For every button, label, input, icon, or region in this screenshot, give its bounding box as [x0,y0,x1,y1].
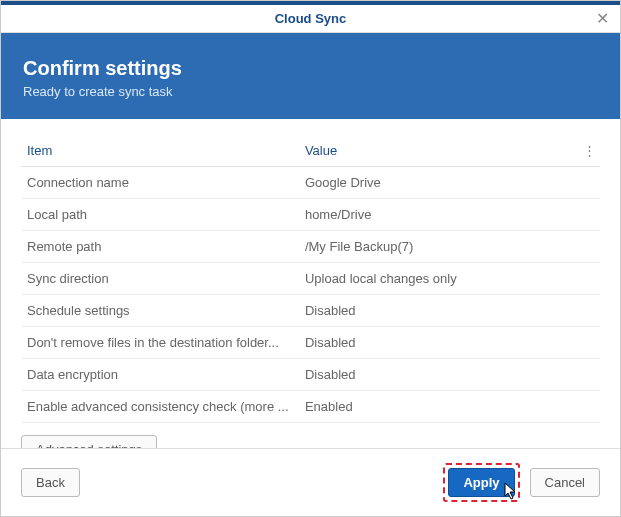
setting-value: Disabled [299,359,600,391]
setting-item: Don't remove files in the destination fo… [21,327,299,359]
setting-value: Disabled [299,295,600,327]
header-title: Confirm settings [23,57,598,80]
setting-value: Upload local changes only [299,263,600,295]
titlebar: Cloud Sync ✕ [1,1,620,33]
setting-item: Connection name [21,167,299,199]
footer: Back Apply Cancel [1,448,620,516]
column-header-item[interactable]: Item [21,135,299,167]
table-row: Schedule settings Disabled [21,295,600,327]
content-area: Item Value ⋮ Connection name Google Driv… [1,119,620,448]
settings-table: Item Value ⋮ Connection name Google Driv… [21,135,600,423]
setting-item: Data encryption [21,359,299,391]
setting-item: Remote path [21,231,299,263]
close-icon[interactable]: ✕ [594,11,610,27]
table-row: Data encryption Disabled [21,359,600,391]
header: Confirm settings Ready to create sync ta… [1,33,620,119]
setting-item: Enable advanced consistency check (more … [21,391,299,423]
column-header-value[interactable]: Value ⋮ [299,135,600,167]
cancel-button[interactable]: Cancel [530,468,600,497]
setting-value: home/Drive [299,199,600,231]
column-menu-icon[interactable]: ⋮ [583,143,596,158]
dialog-window: Cloud Sync ✕ Confirm settings Ready to c… [0,0,621,517]
setting-value: Disabled [299,327,600,359]
table-row: Remote path /My File Backup(7) [21,231,600,263]
back-button[interactable]: Back [21,468,80,497]
table-row: Don't remove files in the destination fo… [21,327,600,359]
setting-item: Schedule settings [21,295,299,327]
titlebar-title: Cloud Sync [275,11,347,26]
table-row: Sync direction Upload local changes only [21,263,600,295]
apply-highlight: Apply [443,463,519,502]
setting-value: /My File Backup(7) [299,231,600,263]
setting-item: Local path [21,199,299,231]
table-row: Local path home/Drive [21,199,600,231]
setting-item: Sync direction [21,263,299,295]
apply-button[interactable]: Apply [448,468,514,497]
advanced-row: Advanced settings [21,423,600,448]
table-row: Enable advanced consistency check (more … [21,391,600,423]
advanced-settings-button[interactable]: Advanced settings [21,435,157,448]
setting-value: Enabled [299,391,600,423]
setting-value: Google Drive [299,167,600,199]
header-subtitle: Ready to create sync task [23,84,598,99]
table-row: Connection name Google Drive [21,167,600,199]
column-header-value-label: Value [305,143,337,158]
